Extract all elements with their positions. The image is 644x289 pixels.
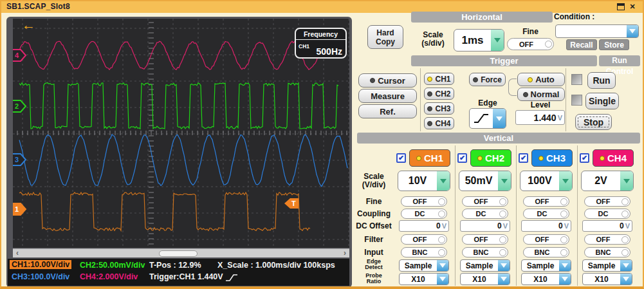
- ref-button[interactable]: Ref.: [358, 104, 417, 118]
- channel-enable-checkbox[interactable]: ✔: [519, 153, 528, 163]
- input-toggle[interactable]: BNC: [523, 247, 569, 257]
- coupling-toggle[interactable]: DC: [523, 209, 569, 219]
- coupling-row-label: Coupling: [354, 210, 394, 218]
- toggle-knob-icon: [438, 249, 445, 256]
- store-button[interactable]: Store: [599, 39, 629, 50]
- scroll-left-icon[interactable]: ‹: [14, 249, 21, 257]
- probe-ratio-dropdown[interactable]: X10: [399, 273, 449, 285]
- chevron-down-icon: [559, 274, 571, 284]
- radio-dot-icon: [427, 106, 432, 111]
- trigger-source-ch1[interactable]: CH1: [424, 73, 454, 85]
- dc-offset-input[interactable]: 0V: [399, 220, 449, 232]
- fine-toggle[interactable]: OFF: [584, 196, 630, 207]
- filter-toggle[interactable]: OFF: [462, 234, 508, 245]
- trigger-mode-auto[interactable]: Auto: [517, 73, 565, 86]
- force-button[interactable]: Force: [469, 73, 506, 86]
- svg-text:2: 2: [15, 102, 19, 110]
- close-icon[interactable]: ✕: [629, 3, 636, 10]
- channel-enable-checkbox[interactable]: ✔: [457, 153, 467, 163]
- trigger-source-ch3[interactable]: CH3: [424, 102, 454, 115]
- vertical-channel-column: ✔ CH4 2V OFF DC 0V OFF BNC Sample X10: [576, 145, 638, 287]
- scope-display[interactable]: 4231T ← Frequency CH1 500Hz: [13, 19, 349, 248]
- radio-dot-icon: [477, 156, 483, 161]
- frequency-channel: CH1: [299, 43, 309, 50]
- chevron-down-icon: [620, 171, 633, 191]
- channel-label: CH3: [546, 153, 566, 163]
- vertical-channel-column: ✔ CH1 10V OFF DC 0V OFF BNC Sample X10: [393, 145, 455, 287]
- cursor-button[interactable]: Cursor: [358, 73, 417, 88]
- channel-button-ch2[interactable]: CH2: [470, 149, 511, 167]
- trigger-mode-normal[interactable]: Normal: [517, 88, 565, 101]
- coupling-toggle[interactable]: DC: [462, 209, 508, 219]
- scale-dropdown[interactable]: 50mV: [459, 171, 511, 191]
- chevron-down-icon: [437, 274, 448, 284]
- channel-button-ch3[interactable]: CH3: [531, 149, 573, 167]
- input-toggle[interactable]: BNC: [401, 247, 447, 257]
- measure-button[interactable]: Measure: [358, 89, 417, 103]
- edge-detect-dropdown[interactable]: Sample: [521, 259, 571, 272]
- run-button[interactable]: Run: [587, 72, 616, 89]
- edge-detect-row-label: EdgeDetect: [354, 259, 394, 270]
- channel-enable-checkbox[interactable]: ✔: [580, 153, 589, 163]
- channel-enable-checkbox[interactable]: ✔: [396, 153, 406, 163]
- single-button[interactable]: Single: [585, 93, 619, 109]
- fine-toggle[interactable]: OFF: [401, 196, 447, 207]
- scrollbar-thumb[interactable]: [159, 250, 198, 257]
- trigger-source-ch4[interactable]: CH4: [424, 117, 454, 129]
- fine-toggle[interactable]: OFF: [523, 196, 569, 207]
- fine-toggle[interactable]: OFF: [462, 196, 508, 207]
- status-trigger: Trigger:CH1 1.440V: [149, 272, 223, 281]
- coupling-toggle[interactable]: DC: [584, 209, 630, 219]
- input-toggle[interactable]: BNC: [462, 247, 508, 257]
- filter-toggle[interactable]: OFF: [584, 234, 630, 245]
- horizontal-fine-toggle[interactable]: OFF: [507, 38, 554, 50]
- back-arrow-icon[interactable]: ←: [22, 19, 35, 33]
- edge-detect-dropdown[interactable]: Sample: [399, 259, 449, 272]
- filter-toggle[interactable]: OFF: [401, 234, 447, 245]
- horizontal-scale-label: Scale(s/div): [414, 31, 452, 48]
- condition-dropdown[interactable]: [555, 24, 639, 38]
- recall-button[interactable]: Recall: [566, 39, 597, 50]
- chevron-down-icon: [493, 109, 506, 128]
- coupling-toggle[interactable]: DC: [401, 209, 447, 219]
- horizontal-scrollbar[interactable]: ‹ ›: [13, 248, 349, 257]
- toggle-knob-icon: [438, 198, 445, 205]
- filter-toggle[interactable]: OFF: [523, 234, 569, 245]
- horizontal-scale-dropdown[interactable]: 1ms: [454, 29, 504, 51]
- check-icon: ✔: [459, 154, 465, 162]
- probe-ratio-dropdown[interactable]: X10: [521, 273, 571, 285]
- dc-offset-input[interactable]: 0V: [582, 220, 632, 232]
- dc-offset-input[interactable]: 0V: [460, 220, 510, 232]
- edge-slope-dropdown[interactable]: [469, 108, 506, 129]
- channel-button-ch1[interactable]: CH1: [409, 149, 450, 167]
- restore-icon[interactable]: [617, 3, 625, 10]
- radio-dot-icon: [427, 77, 432, 82]
- scale-dropdown[interactable]: 10V: [398, 171, 450, 191]
- trigger-level-input[interactable]: 1.440 V: [515, 110, 565, 125]
- scroll-right-icon[interactable]: ›: [341, 249, 349, 257]
- probe-ratio-dropdown[interactable]: X10: [460, 273, 510, 285]
- status-ch3-scale: CH3:100.0V/div: [12, 272, 69, 281]
- edge-detect-dropdown[interactable]: Sample: [460, 259, 510, 272]
- edge-detect-dropdown[interactable]: Sample: [582, 259, 632, 272]
- vertical-header: Vertical: [357, 133, 640, 144]
- dc-offset-row-label: DC Offset: [354, 222, 394, 230]
- radio-dot-icon: [528, 77, 533, 82]
- channel-button-ch4[interactable]: CH4: [593, 149, 634, 167]
- stop-button[interactable]: Stop: [575, 114, 612, 130]
- scale-dropdown[interactable]: 2V: [581, 171, 634, 191]
- channel-label: CH4: [607, 153, 627, 163]
- probe-ratio-dropdown[interactable]: X10: [582, 273, 632, 285]
- chevron-down-icon: [498, 274, 510, 284]
- toggle-knob-icon: [499, 198, 506, 205]
- hard-copy-button[interactable]: Hard Copy: [367, 25, 403, 49]
- svg-text:4: 4: [15, 51, 19, 59]
- scale-dropdown[interactable]: 100V: [520, 171, 573, 191]
- radio-dot-icon: [427, 91, 432, 97]
- input-toggle[interactable]: BNC: [584, 247, 630, 257]
- status-ch4-scale: CH4:2.000V/div: [80, 272, 138, 281]
- dc-offset-input[interactable]: 0V: [521, 220, 571, 232]
- trigger-source-ch2[interactable]: CH2: [424, 88, 454, 100]
- radio-dot-icon: [538, 156, 544, 161]
- toggle-knob-icon: [438, 236, 445, 243]
